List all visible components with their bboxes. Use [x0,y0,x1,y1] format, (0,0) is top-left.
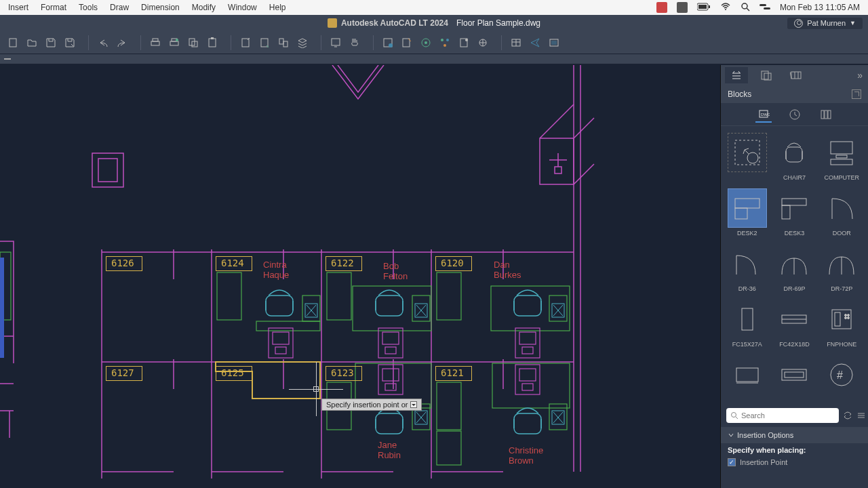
tool-f[interactable] [475,35,490,50]
plot-button[interactable] [167,35,182,50]
status-icon-2[interactable] [677,2,688,13]
insertion-options-header[interactable]: Insertion Options [721,427,868,443]
tool-e[interactable] [456,35,471,50]
sheets-button[interactable] [547,35,561,50]
subtab-current[interactable]: DWG [755,106,772,123]
svg-point-29 [446,39,449,41]
open-button[interactable] [24,35,39,50]
block-item-desk3[interactable]: DESK3 [772,188,817,237]
block-item-insert[interactable] [725,355,770,397]
print-button[interactable] [148,35,163,50]
status-icon-1[interactable] [656,2,667,13]
check-insertion-point[interactable]: Insertion Point [721,457,868,470]
subtab-libraries[interactable] [818,106,834,123]
block-label: COMPUTER [824,175,859,182]
block-item-computer[interactable]: COMPUTER [819,133,864,182]
block-label: FC42X18D [779,342,810,348]
menu-help[interactable]: Help [269,3,286,12]
paste-button[interactable] [205,35,220,50]
svg-rect-106 [519,369,536,381]
copyclip-button[interactable] [257,35,272,50]
menu-window[interactable]: Window [228,3,257,12]
table-button[interactable] [509,35,524,50]
block-thumb [774,300,814,339]
search-input[interactable] [741,411,835,420]
block-item-dr-69p[interactable]: DR-69P [772,244,817,293]
specify-label: Specify when placing: [721,443,868,457]
svg-rect-10 [153,39,158,41]
checkbox-checked-icon[interactable] [728,458,736,466]
tool-b[interactable] [399,35,414,50]
menu-insert[interactable]: Insert [8,3,28,12]
redo-button[interactable] [115,35,130,50]
block-item-chair7[interactable]: CHAIR7 [772,133,817,182]
minimize-ribbon[interactable] [4,58,11,60]
drawing-canvas[interactable]: 6126 6124 6122 6120 6127 6125 6123 6121 … [0,65,720,488]
svg-rect-147 [835,312,840,326]
svg-rect-74 [437,382,461,430]
send-button[interactable] [528,35,542,50]
ribbon-secondary [0,54,868,65]
svg-rect-138 [782,205,790,219]
search-box[interactable] [726,408,839,423]
control-center-icon[interactable] [760,3,770,13]
block-item-fnphone[interactable]: FNPHONE [819,300,864,348]
block-item-insert[interactable] [725,133,770,182]
menu-format[interactable]: Format [41,3,66,12]
tool-a[interactable] [380,35,395,50]
svg-point-151 [848,317,850,319]
tool-c[interactable] [418,35,433,50]
svg-rect-113 [0,258,4,358]
block-item-fc15x27a[interactable]: FC15X27A [725,300,770,348]
pan-button[interactable] [347,35,362,50]
clock[interactable]: Mon Feb 13 11:05 AM [780,3,860,12]
svg-rect-36 [551,41,557,45]
block-thumb [728,244,767,283]
cut-button[interactable] [238,35,253,50]
search-icon[interactable] [741,2,750,14]
user-icon [794,19,803,28]
menu-dimension[interactable]: Dimension [141,3,180,12]
save-button[interactable] [43,35,58,50]
user-menu[interactable]: Pat Murnen ▼ [787,18,863,29]
subtab-recent[interactable] [787,106,803,123]
svg-rect-129 [786,147,802,162]
block-item-insert[interactable] [772,355,817,397]
room-6124: 6124 [221,258,244,268]
popout-icon[interactable] [852,89,861,99]
panel-tab-properties[interactable] [785,67,808,83]
tooltip-dropdown[interactable] [410,401,417,408]
panel-tab-layers[interactable] [755,67,778,83]
main-toolbar [0,31,868,54]
block-item-desk2[interactable]: DESK2 [725,188,770,237]
svg-rect-101 [522,347,533,354]
wifi-icon[interactable] [720,3,731,13]
match-button[interactable] [276,35,291,50]
menu-tools[interactable]: Tools [79,3,98,12]
block-label: DR-36 [738,286,756,293]
copy-button[interactable] [186,35,201,50]
layers-button[interactable] [295,35,310,50]
svg-point-149 [848,314,850,316]
block-item-insert[interactable]: # [819,355,864,397]
tool-d[interactable] [437,35,452,50]
block-item-fc42x18d[interactable]: FC42X18D [772,300,817,348]
panel-overflow[interactable]: » [857,70,864,81]
block-item-dr-36[interactable]: DR-36 [725,244,770,293]
svg-rect-135 [735,199,760,208]
svg-point-24 [389,43,393,47]
zoom-window-button[interactable] [328,35,343,50]
search-list-button[interactable] [856,409,866,422]
block-item-dr-72p[interactable]: DR-72P [819,244,864,293]
menu-modify[interactable]: Modify [192,3,216,12]
block-item-door[interactable]: DOOR [819,188,864,237]
floorplan-svg [0,65,720,488]
search-sync-button[interactable] [843,409,852,422]
battery-icon[interactable] [697,3,711,13]
new-button[interactable] [5,35,20,50]
undo-button[interactable] [96,35,111,50]
panel-tab-blocks[interactable] [725,67,748,83]
menu-draw[interactable]: Draw [110,3,129,12]
svg-point-28 [441,39,443,41]
saveas-button[interactable] [62,35,77,50]
